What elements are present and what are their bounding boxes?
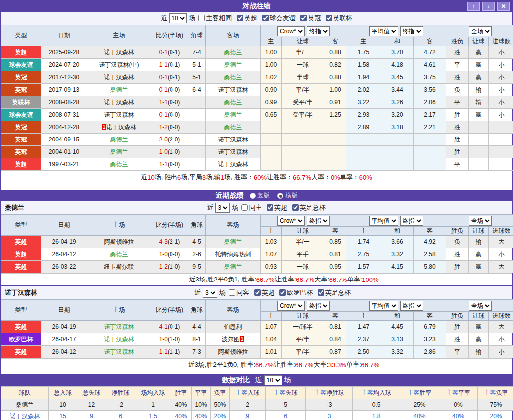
scroll-up-button[interactable]: ↑ [467, 2, 480, 11]
final-odds-select[interactable]: 终指 [307, 26, 330, 36]
handicap-away-odds: 0.82 [324, 59, 346, 71]
final-odds-select-2[interactable]: 终指 [400, 26, 423, 36]
h2h-table-body: 英超 2025-09-28 诺丁汉森林 0-1(0-1) 7-4 桑德兰 1.0… [1, 46, 513, 171]
h2h-title: 对战往绩 [243, 2, 271, 11]
handicap-line: 一/球半 [282, 321, 324, 333]
comparison-table: 球队 总入球 总失球 净胜球 场均入球 胜率 平率 负率 [1, 386, 513, 420]
col-avg-draw-header: 和 [381, 227, 414, 236]
home-away-prefix: 主客 [408, 389, 420, 396]
ha-win-rate-cell: 25% [400, 399, 439, 411]
layout-radio-item[interactable]: 竖版 [250, 191, 270, 200]
away-team-name: 诺丁汉森林 [218, 161, 248, 168]
handicap-line: 平/半 [282, 346, 324, 358]
average-select[interactable]: 平均值 [369, 216, 398, 226]
col-home-header: 主场 [87, 25, 151, 46]
handicap-result-cell: 赢 [469, 59, 489, 71]
corner-cell: 6-4 [188, 84, 206, 96]
date-cell: 2004-09-15 [41, 134, 87, 146]
result-group-header: 全场 [446, 215, 513, 227]
goal-diff-cell: 6 [106, 411, 135, 420]
crow-company-select[interactable]: Crow* [277, 301, 305, 311]
league-badge: 球会友谊 [1, 109, 41, 121]
radio-icon[interactable] [250, 193, 256, 199]
filter-checkbox[interactable] [318, 289, 324, 296]
handicap-home-odds: 1.00 [261, 59, 282, 71]
filter-checkbox-item[interactable]: 同客 [229, 288, 249, 297]
col-type-header: 类型 [1, 300, 41, 321]
team2-filter-controls: 近 3 场 同客 英超 欧罗巴杯 英足总杯 [194, 288, 351, 298]
team1-games-select[interactable]: 3 [215, 203, 230, 213]
home-team-cell: 诺丁汉森林 [87, 71, 151, 84]
final-odds-select-2[interactable]: 终指 [400, 301, 423, 311]
filter-checkbox[interactable] [229, 289, 235, 296]
crow-company-select[interactable]: Crow* [277, 26, 305, 36]
ha-avg-goals-cell: 1.8 [353, 411, 400, 420]
near-label: 近 [161, 14, 167, 23]
filter-checkbox-item[interactable]: 英足总杯 [292, 203, 326, 212]
near-label: 近 [255, 376, 262, 385]
comparison-games-select[interactable]: 10 [264, 375, 282, 385]
filter-checkbox-item[interactable]: 英超 [267, 203, 287, 212]
half-score: (2-0) [168, 136, 180, 143]
league-badge: 欧罗巴杯 [1, 333, 41, 346]
result-cell: 胜 [446, 71, 469, 84]
filter-checkbox[interactable] [300, 15, 307, 21]
final-odds-select-2[interactable]: 终指 [400, 216, 423, 226]
filter-checkbox[interactable] [241, 204, 248, 211]
full-match-select[interactable]: 全场 [469, 26, 492, 36]
full-match-select[interactable]: 全场 [469, 301, 492, 311]
layout-radio-item[interactable]: 横版 [277, 191, 297, 200]
close-button[interactable]: ✕ [497, 2, 510, 11]
comparison-column-header: 主客失球 [266, 387, 306, 399]
total-goals-cell: 10 [49, 399, 77, 411]
scroll-down-button[interactable]: ↓ [482, 2, 495, 11]
filter-checkbox[interactable] [292, 204, 299, 211]
goals-result-cell [489, 158, 513, 171]
h2h-games-select[interactable]: 10 [169, 13, 187, 23]
filter-checkbox-item[interactable]: 英联杯 [326, 14, 352, 23]
filter-checkbox[interactable] [326, 15, 332, 21]
filter-checkbox[interactable] [262, 15, 269, 21]
away-team-cell: 桑德兰 [206, 121, 261, 134]
average-select[interactable]: 平均值 [369, 301, 398, 311]
goals-result-cell: 小 [489, 46, 513, 59]
comparison-column-header: 主客平率 [439, 387, 478, 399]
average-select[interactable]: 平均值 [369, 26, 398, 36]
filter-checkbox-item[interactable]: 球会友谊 [262, 14, 296, 23]
team2-games-select[interactable]: 3 [203, 288, 217, 298]
crow-company-select[interactable]: Crow* [277, 216, 305, 226]
filter-checkbox-item[interactable]: 英冠 [300, 14, 321, 23]
handicap-group-header: Crow*终指 [261, 300, 346, 312]
col-date-header: 日期 [41, 215, 87, 236]
comparison-column-header: 净胜球 [106, 387, 135, 399]
filter-checkbox-item[interactable]: 英足总杯 [318, 288, 351, 297]
filter-checkbox-item[interactable]: 欧罗巴杯 [279, 288, 313, 297]
filter-checkbox[interactable] [267, 204, 273, 211]
full-match-select[interactable]: 全场 [469, 216, 492, 226]
home-team-name: 诺丁汉森林 [106, 124, 136, 131]
filter-checkbox-item[interactable]: 同主 [241, 203, 262, 212]
filter-checkbox-item[interactable]: 主客相同 [198, 14, 232, 23]
final-odds-select[interactable]: 终指 [307, 301, 330, 311]
radio-icon[interactable] [277, 193, 283, 199]
filter-checkbox[interactable] [279, 289, 286, 296]
away-team-cell: 桑德兰 [206, 96, 261, 109]
filter-checkbox-item[interactable]: 英超 [254, 288, 275, 297]
league-badge: 球会友谊 [1, 59, 41, 71]
handicap-away-odds [324, 134, 346, 146]
home-team-cell: 桑德兰 [87, 134, 151, 146]
avg-draw-odds: 3.44 [381, 84, 414, 96]
filter-checkbox[interactable] [198, 15, 205, 21]
filter-checkbox-item[interactable]: 英超 [237, 14, 257, 23]
final-odds-select[interactable]: 终指 [307, 216, 330, 226]
avg-home-odds: 1.75 [346, 46, 381, 59]
col-handicap-result-header: 让球 [469, 312, 489, 321]
full-score: 0-1 [159, 49, 168, 56]
home-team-name: 诺丁汉森林 [104, 348, 134, 355]
red-card-badge: 1 [102, 124, 106, 130]
home-away-prefix: 主客 [446, 389, 458, 396]
filter-checkbox[interactable] [254, 289, 261, 296]
home-away-prefix: 主客 [236, 389, 248, 396]
col-home-header: 主场 [87, 300, 151, 321]
filter-checkbox[interactable] [237, 15, 243, 21]
